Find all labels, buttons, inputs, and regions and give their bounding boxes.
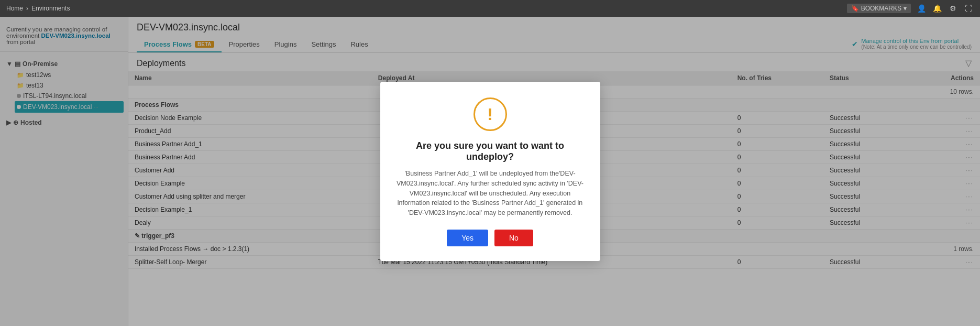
modal-actions: Yes No xyxy=(447,230,533,246)
yes-button[interactable]: Yes xyxy=(447,230,488,246)
bell-icon[interactable]: 🔔 xyxy=(932,3,942,14)
breadcrumb: Home › Environments xyxy=(6,5,70,12)
breadcrumb-sep: › xyxy=(26,5,28,12)
modal-body: 'Business Partner Add_1' will be undeplo… xyxy=(395,169,586,218)
top-bar-right: 🔖 BOOKMARKS ▾ 👤 🔔 ⚙ ⛶ xyxy=(847,3,974,14)
undeploy-modal: ! Are you sure you want to want to undep… xyxy=(380,82,600,261)
warning-icon: ! xyxy=(474,97,507,131)
gear-icon[interactable]: ⚙ xyxy=(948,3,958,14)
user-icon[interactable]: 👤 xyxy=(916,3,927,14)
modal-title: Are you sure you want to want to undeplo… xyxy=(395,140,586,162)
no-button[interactable]: No xyxy=(494,230,533,246)
breadcrumb-home[interactable]: Home xyxy=(6,5,23,12)
bookmarks-label: BOOKMARKS xyxy=(861,5,901,12)
bookmark-icon: 🔖 xyxy=(851,5,859,12)
modal-overlay: ! Are you sure you want to want to undep… xyxy=(0,17,980,326)
expand-icon[interactable]: ⛶ xyxy=(963,3,974,14)
breadcrumb-envs: Environments xyxy=(31,5,70,12)
top-bar: Home › Environments 🔖 BOOKMARKS ▾ 👤 🔔 ⚙ … xyxy=(0,0,980,17)
chevron-down-icon: ▾ xyxy=(904,5,907,12)
bookmarks-button[interactable]: 🔖 BOOKMARKS ▾ xyxy=(847,4,911,13)
